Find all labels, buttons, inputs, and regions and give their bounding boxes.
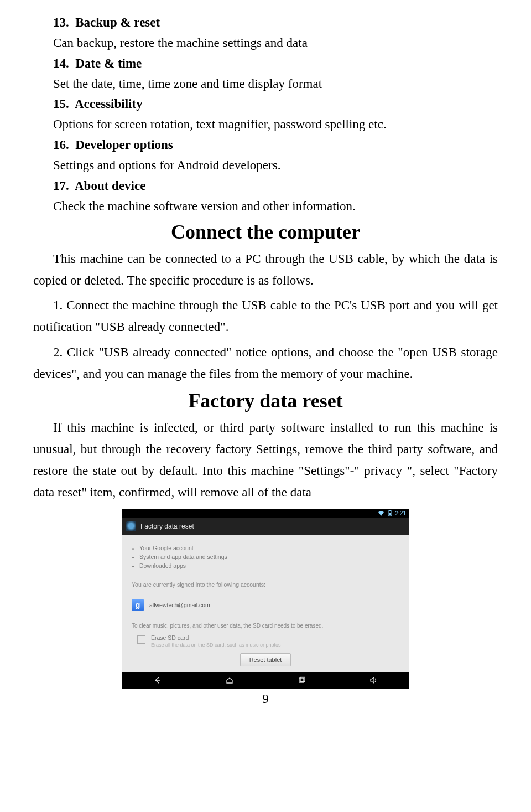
section-16-title: 16. Developer options bbox=[33, 138, 498, 152]
screenshot-titlebar: Factory data reset bbox=[122, 518, 409, 535]
signed-in-text: You are currently signed into the follow… bbox=[122, 575, 409, 594]
app-icon bbox=[126, 521, 136, 531]
section-14-title: 14. Date & time bbox=[33, 56, 498, 71]
section-13-title: 13. Backup & reset bbox=[33, 15, 498, 30]
connect-step-1: 1. Connect the machine through the USB c… bbox=[33, 294, 498, 338]
section-17-body: Check the machine software version and o… bbox=[33, 196, 498, 216]
nav-recents-icon[interactable] bbox=[297, 676, 306, 684]
connect-intro: This machine can be connected to a PC th… bbox=[33, 248, 498, 291]
section-15-title: 15. Accessibility bbox=[33, 97, 498, 111]
section-14-body: Set the date, time, time zone and time d… bbox=[33, 74, 498, 94]
svg-rect-2 bbox=[389, 513, 391, 515]
status-bar: 2:21 bbox=[122, 509, 409, 518]
nav-home-icon[interactable] bbox=[225, 676, 234, 684]
section-17-title: 17. About device bbox=[33, 179, 498, 193]
erase-note: To clear music, pictures, and other user… bbox=[122, 619, 409, 631]
factory-heading: Factory data reset bbox=[33, 389, 498, 412]
section-16-body: Settings and options for Android develop… bbox=[33, 156, 498, 175]
connect-heading: Connect the computer bbox=[33, 220, 498, 244]
erase-sd-label: Erase SD card bbox=[151, 634, 281, 641]
account-row[interactable]: g allviewtech@gmail.com bbox=[122, 594, 409, 619]
status-time: 2:21 bbox=[395, 510, 406, 516]
battery-icon bbox=[388, 510, 392, 516]
bullet-item: System and app data and settings bbox=[139, 554, 399, 560]
erase-sd-row[interactable]: Erase SD card Erase all the data on the … bbox=[122, 631, 409, 649]
svg-rect-1 bbox=[389, 510, 391, 511]
nav-bar bbox=[122, 672, 409, 689]
erase-sd-sublabel: Erase all the data on the SD card, such … bbox=[151, 642, 281, 648]
nav-volume-icon[interactable] bbox=[369, 676, 378, 684]
nav-back-icon[interactable] bbox=[153, 676, 162, 684]
connect-step-2: 2. Click "USB already connected" notice … bbox=[33, 342, 498, 385]
section-13-body: Can backup, restore the machine settings… bbox=[33, 33, 498, 53]
bullet-item: Your Google account bbox=[139, 545, 399, 551]
bullet-item: Downloaded apps bbox=[139, 562, 399, 569]
factory-body: If this machine is infected, or third pa… bbox=[33, 417, 498, 503]
wifi-icon bbox=[378, 511, 384, 516]
reset-bullets: Your Google account System and app data … bbox=[122, 535, 409, 575]
device-screenshot: 2:21 Factory data reset Your Google acco… bbox=[122, 509, 409, 689]
google-icon: g bbox=[132, 599, 144, 611]
screenshot-title: Factory data reset bbox=[140, 523, 194, 530]
erase-sd-checkbox[interactable] bbox=[137, 635, 145, 644]
account-email: allviewtech@gmail.com bbox=[149, 602, 210, 608]
reset-tablet-button[interactable]: Reset tablet bbox=[240, 653, 291, 666]
page-number: 9 bbox=[33, 692, 498, 706]
section-15-body: Options for screen rotation, text magnif… bbox=[33, 115, 498, 135]
